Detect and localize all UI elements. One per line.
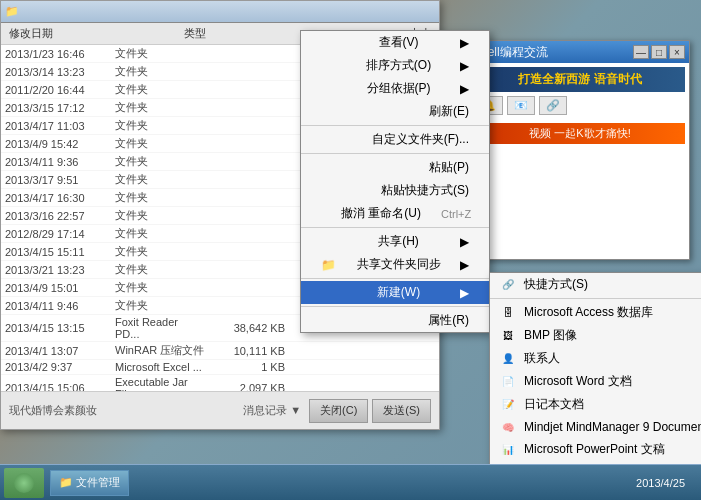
menu-item-label: 自定义文件夹(F)...: [372, 131, 469, 148]
menu-separator: [301, 125, 489, 126]
submenu-item-label: Microsoft Access 数据库: [524, 304, 653, 321]
row-date: 2011/2/20 16:44: [5, 84, 115, 96]
row-date: 2013/4/11 9:46: [5, 300, 115, 312]
menu-separator: [301, 306, 489, 307]
menu-item----p-[interactable]: 粘贴(P): [301, 156, 489, 179]
menu-item----h-[interactable]: 共享(H)▶: [301, 230, 489, 253]
shell-minimize-button[interactable]: —: [633, 45, 649, 59]
menu-item-label: 撤消 重命名(U): [341, 205, 421, 222]
row-date: 2013/4/9 15:01: [5, 282, 115, 294]
row-size: 10,111 KB: [205, 345, 285, 357]
taskbar-time: 2013/4/25: [628, 477, 693, 489]
menu-separator: [301, 227, 489, 228]
start-button[interactable]: [4, 468, 44, 498]
shell-content: 打造全新西游 语音时代 🔔 📧 🔗 视频 一起K歌才痛快!: [471, 63, 689, 259]
row-date: 2013/3/16 22:57: [5, 210, 115, 222]
row-type: 文件夹: [115, 154, 205, 169]
submenu-item-access[interactable]: 🗄 Microsoft Access 数据库: [490, 301, 701, 324]
music-banner: 视频 一起K歌才痛快!: [475, 123, 685, 144]
submenu-item-contact[interactable]: 👤 联系人: [490, 347, 701, 370]
row-type: 文件夹: [115, 82, 205, 97]
row-date: 2013/1/23 16:46: [5, 48, 115, 60]
row-type: 文件夹: [115, 208, 205, 223]
file-manager-titlebar: 📁: [1, 1, 439, 23]
row-type: 文件夹: [115, 100, 205, 115]
menu-item----e-[interactable]: 刷新(E): [301, 100, 489, 123]
shell-window: shell编程交流 — □ × 打造全新西游 语音时代 🔔 📧 🔗 视频 一起K…: [470, 40, 690, 260]
row-type: 文件夹: [115, 46, 205, 61]
submenu-item-notepad[interactable]: 📝 日记本文档: [490, 393, 701, 416]
submenu-item-label: BMP 图像: [524, 327, 577, 344]
send-chat-button[interactable]: 发送(S): [372, 399, 431, 423]
row-date: 2013/3/17 9:51: [5, 174, 115, 186]
menu-item------o-[interactable]: 排序方式(O)▶: [301, 54, 489, 77]
submenu-arrow-icon: ▶: [460, 258, 469, 272]
menu-item-label: 粘贴快捷方式(S): [381, 182, 469, 199]
status-label[interactable]: 消息记录 ▼: [243, 403, 301, 418]
submenu-item-bmp[interactable]: 🖼 BMP 图像: [490, 324, 701, 347]
menu-item--------u-[interactable]: 撤消 重命名(U)Ctrl+Z: [301, 202, 489, 225]
row-date: 2013/4/1 13:07: [5, 345, 115, 357]
menu-item--------f----[interactable]: 自定义文件夹(F)...: [301, 128, 489, 151]
menu-item-label: 共享(H): [378, 233, 419, 250]
row-date: 2013/4/2 9:37: [5, 361, 115, 373]
row-date: 2013/4/15 15:11: [5, 246, 115, 258]
row-size: 2,097 KB: [205, 382, 285, 391]
submenu-separator: [490, 298, 701, 299]
row-type: 文件夹: [115, 244, 205, 259]
notepad-icon: 📝: [498, 397, 518, 413]
submenu-arrow-icon: ▶: [460, 235, 469, 249]
context-menu: 查看(V)▶排序方式(O)▶分组依据(P)▶刷新(E)自定义文件夹(F)...粘…: [300, 30, 490, 333]
file-manager-bottom: 现代婚博会素颜妆 消息记录 ▼ 关闭(C) 发送(S): [1, 391, 439, 429]
bmp-icon: 🖼: [498, 328, 518, 344]
menu-item----w-[interactable]: 新建(W)▶: [301, 281, 489, 304]
menu-item--------[interactable]: 📁共享文件夹同步▶: [301, 253, 489, 276]
row-type: WinRAR 压缩文件: [115, 343, 205, 358]
submenu-item-label: Mindjet MindManager 9 Document: [524, 420, 701, 434]
close-chat-button[interactable]: 关闭(C): [309, 399, 368, 423]
row-type: 文件夹: [115, 172, 205, 187]
row-date: 2013/3/15 17:12: [5, 102, 115, 114]
shell-maximize-button[interactable]: □: [651, 45, 667, 59]
taskbar-actions: 2013/4/25: [628, 477, 701, 489]
submenu-item-shortcut[interactable]: 🔗 快捷方式(S): [490, 273, 701, 296]
submenu-item-label: 联系人: [524, 350, 560, 367]
row-type: 文件夹: [115, 262, 205, 277]
row-type: 文件夹: [115, 280, 205, 295]
mindjet-icon: 🧠: [498, 419, 518, 435]
shell-icon-btn-3[interactable]: 🔗: [539, 96, 567, 115]
row-size: 38,642 KB: [205, 322, 285, 334]
submenu-item-ppt[interactable]: 📊 Microsoft PowerPoint 文稿: [490, 438, 701, 461]
table-row[interactable]: 2013/4/15 15:06 Executable Jar File 2,09…: [1, 375, 439, 391]
menu-item--------s-[interactable]: 粘贴快捷方式(S): [301, 179, 489, 202]
menu-item-label: 共享文件夹同步: [357, 256, 441, 273]
menu-item----r-[interactable]: 属性(R): [301, 309, 489, 332]
row-type: Microsoft Excel ...: [115, 361, 205, 373]
row-date: 2013/4/9 15:42: [5, 138, 115, 150]
row-type: 文件夹: [115, 64, 205, 79]
shell-icon-btn-2[interactable]: 📧: [507, 96, 535, 115]
menu-item-label: 粘贴(P): [429, 159, 469, 176]
row-date: 2013/4/15 15:06: [5, 382, 115, 391]
table-row[interactable]: 2013/4/1 13:07 WinRAR 压缩文件 10,111 KB: [1, 342, 439, 360]
shell-titlebar-buttons: — □ ×: [633, 45, 685, 59]
menu-item-label: 分组依据(P): [367, 80, 431, 97]
chat-topic: 现代婚博会素颜妆: [9, 403, 97, 418]
menu-item------p-[interactable]: 分组依据(P)▶: [301, 77, 489, 100]
menu-item-label: 查看(V): [379, 34, 419, 51]
submenu-arrow-icon: ▶: [460, 59, 469, 73]
table-row[interactable]: 2013/4/2 9:37 Microsoft Excel ... 1 KB: [1, 360, 439, 375]
taskbar-item-filemgr[interactable]: 📁 文件管理: [50, 470, 129, 496]
desktop: 📁 修改日期 类型 大小 2013/1/23 16:46 文件夹 2013/3/…: [0, 0, 701, 500]
menu-separator: [301, 278, 489, 279]
submenu-arrow-icon: ▶: [460, 36, 469, 50]
ad-banner-1: 打造全新西游 语音时代: [475, 67, 685, 92]
menu-item----v-[interactable]: 查看(V)▶: [301, 31, 489, 54]
row-type: 文件夹: [115, 118, 205, 133]
menu-item-label: 属性(R): [428, 312, 469, 329]
submenu-item-word[interactable]: 📄 Microsoft Word 文档: [490, 370, 701, 393]
submenu-item-mindjet[interactable]: 🧠 Mindjet MindManager 9 Document: [490, 416, 701, 438]
taskbar-item-label: 📁 文件管理: [59, 475, 120, 490]
shell-close-button[interactable]: ×: [669, 45, 685, 59]
row-date: 2013/3/14 13:23: [5, 66, 115, 78]
